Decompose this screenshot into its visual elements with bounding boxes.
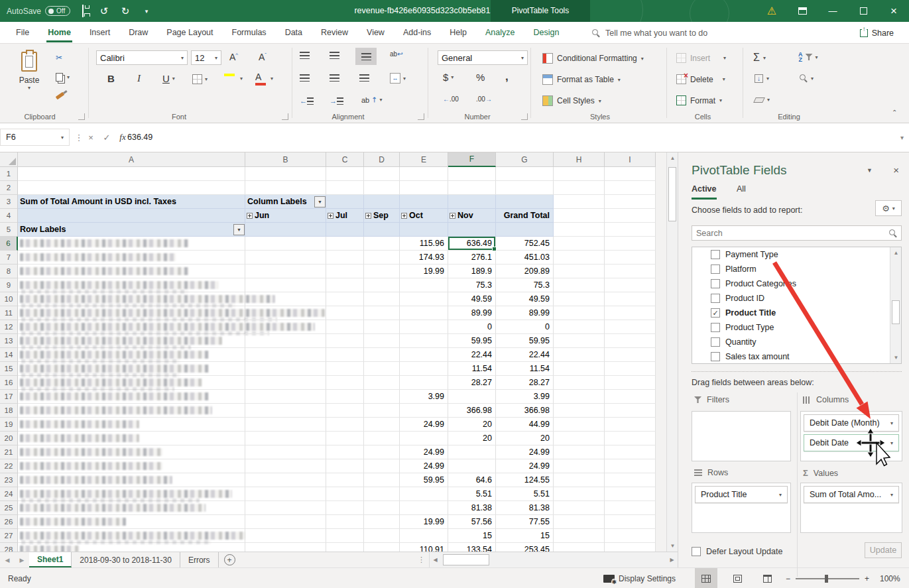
cell-C20[interactable] — [326, 432, 364, 445]
cell-I25[interactable] — [605, 501, 656, 515]
ribbon-tab-file[interactable]: File — [7, 22, 38, 44]
cell-C15[interactable] — [326, 362, 364, 376]
zoom-slider-thumb[interactable] — [825, 575, 828, 583]
list-scroll-down[interactable]: ▼ — [890, 352, 902, 363]
tab-active-fields[interactable]: Active — [692, 184, 717, 200]
increase-indent-button[interactable]: → — [330, 97, 343, 105]
row-header-28[interactable]: 28 — [0, 543, 18, 552]
zoom-slider[interactable] — [796, 578, 859, 579]
clear-button[interactable]: ▾ — [755, 97, 770, 103]
scroll-up-arrow[interactable]: ▲ — [667, 152, 678, 164]
cell-G27[interactable]: 15 — [496, 529, 554, 543]
cell-E11[interactable] — [400, 306, 448, 320]
cell-B21[interactable] — [245, 445, 326, 459]
cell-C7[interactable] — [326, 251, 364, 265]
area-field-product-title[interactable]: Product Title▾ — [695, 486, 788, 503]
cell-styles-button[interactable]: Cell Styles▾ — [542, 95, 601, 106]
warning-icon[interactable]: ⚠ — [757, 0, 787, 22]
cell-I18[interactable] — [605, 404, 656, 418]
cut-button[interactable]: ✂ — [56, 53, 62, 62]
cell-B1[interactable] — [245, 167, 326, 181]
row-header-1[interactable]: 1 — [0, 167, 18, 181]
cell-G16[interactable]: 28.27 — [496, 376, 554, 390]
increase-font-size-button[interactable]: A^ — [229, 52, 238, 62]
bold-button[interactable]: B — [107, 73, 115, 84]
cell-I2[interactable] — [605, 181, 656, 195]
cell-I22[interactable] — [605, 459, 656, 473]
cell-A16[interactable] — [18, 376, 245, 390]
cell-B17[interactable] — [245, 390, 326, 404]
format-painter-button[interactable] — [56, 94, 64, 97]
accounting-format-button[interactable]: $▾ — [443, 72, 454, 83]
cell-E20[interactable] — [400, 432, 448, 445]
cell-G21[interactable]: 24.99 — [496, 445, 554, 459]
cell-D2[interactable] — [364, 181, 400, 195]
cell-G19[interactable]: 44.99 — [496, 418, 554, 432]
cell-B13[interactable] — [245, 334, 326, 348]
ribbon-tab-analyze[interactable]: Analyze — [476, 22, 524, 44]
paste-dropdown-caret[interactable]: ▾ — [15, 85, 44, 91]
cell-A11[interactable] — [18, 306, 245, 320]
cell-H3[interactable] — [554, 195, 605, 209]
cell-D26[interactable] — [364, 515, 400, 529]
row-header-10[interactable]: 10 — [0, 292, 18, 306]
cell-D12[interactable] — [364, 320, 400, 334]
ribbon-tab-draw[interactable]: Draw — [119, 22, 157, 44]
cell-I1[interactable] — [605, 167, 656, 181]
cell-D1[interactable] — [364, 167, 400, 181]
cell-G17[interactable]: 3.99 — [496, 390, 554, 404]
cell-I3[interactable] — [605, 195, 656, 209]
ribbon-tab-formulas[interactable]: Formulas — [223, 22, 276, 44]
cell-C13[interactable] — [326, 334, 364, 348]
cell-C21[interactable] — [326, 445, 364, 459]
cell-G14[interactable]: 22.44 — [496, 348, 554, 362]
cell-A25[interactable] — [18, 501, 245, 515]
column-header-H[interactable]: H — [554, 152, 605, 167]
cell-B16[interactable] — [245, 376, 326, 390]
tell-me-box[interactable]: Tell me what you want to do — [592, 22, 707, 44]
cell-A7[interactable] — [18, 251, 245, 265]
cell-G22[interactable]: 24.99 — [496, 459, 554, 473]
cell-A10[interactable] — [18, 292, 245, 306]
cell-D18[interactable] — [364, 404, 400, 418]
field-item-product-title[interactable]: ✓Product Title — [692, 306, 901, 320]
alignment-dialog-launcher[interactable] — [418, 113, 424, 120]
number-dialog-launcher[interactable] — [521, 113, 528, 120]
cell-C22[interactable] — [326, 459, 364, 473]
cell-G5[interactable] — [496, 223, 554, 237]
orientation-button[interactable]: ab↗▾ — [361, 95, 382, 104]
formula-bar-expand-button[interactable]: ▾ — [900, 129, 904, 146]
ribbon-tab-review[interactable]: Review — [312, 22, 357, 44]
cell-I13[interactable] — [605, 334, 656, 348]
cell-F26[interactable]: 57.56 — [448, 515, 496, 529]
row-header-24[interactable]: 24 — [0, 487, 18, 501]
cell-H27[interactable] — [554, 529, 605, 543]
cell-B19[interactable] — [245, 418, 326, 432]
cell-D22[interactable] — [364, 459, 400, 473]
cell-F17[interactable] — [448, 390, 496, 404]
cell-F9[interactable]: 75.3 — [448, 278, 496, 292]
area-field-caret[interactable]: ▾ — [890, 440, 893, 446]
row-header-26[interactable]: 26 — [0, 515, 18, 529]
cell-F3[interactable] — [448, 195, 496, 209]
row-header-3[interactable]: 3 — [0, 195, 18, 209]
cell-C17[interactable] — [326, 390, 364, 404]
row-header-16[interactable]: 16 — [0, 376, 18, 390]
cell-H14[interactable] — [554, 348, 605, 362]
list-scroll-thumb[interactable] — [892, 300, 900, 324]
row-header-6[interactable]: 6 — [0, 237, 18, 251]
paste-button[interactable]: Paste ▾ — [15, 52, 44, 91]
cell-G4[interactable]: Grand Total — [496, 209, 554, 223]
cell-C16[interactable] — [326, 376, 364, 390]
cell-A5[interactable]: Row Labels▼ — [18, 223, 245, 237]
cell-I6[interactable] — [605, 237, 656, 251]
conditional-formatting-button[interactable]: Conditional Formatting▾ — [542, 53, 644, 64]
collapse-ribbon-button[interactable]: ⌃ — [892, 109, 897, 116]
ribbon-tab-add-ins[interactable]: Add-ins — [394, 22, 440, 44]
cell-C6[interactable] — [326, 237, 364, 251]
align-left-button[interactable] — [300, 74, 310, 82]
cell-F1[interactable] — [448, 167, 496, 181]
cell-H7[interactable] — [554, 251, 605, 265]
cell-B2[interactable] — [245, 181, 326, 195]
cell-G13[interactable]: 59.95 — [496, 334, 554, 348]
